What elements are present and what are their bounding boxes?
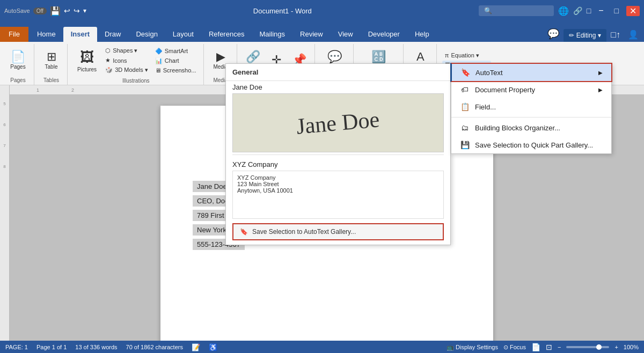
comment-icon: 💬 — [327, 51, 342, 63]
menu-item-autotext[interactable]: 🔖 AutoText ▶ — [450, 63, 612, 82]
tab-file[interactable]: File — [0, 27, 28, 42]
tab-view[interactable]: View — [331, 27, 361, 42]
word-count-text: 13 of 336 words — [75, 344, 117, 350]
tab-draw[interactable]: Draw — [97, 27, 128, 42]
share-icon[interactable]: 🔗 — [573, 6, 582, 15]
media-icon: ▶ — [216, 51, 225, 63]
undo-icon[interactable]: ↩ — [64, 6, 70, 15]
tab-layout[interactable]: Layout — [165, 27, 201, 42]
save-quick-part-icon: 💾 — [460, 140, 470, 150]
icons-label: Icons — [113, 57, 127, 64]
chart-icon: 📊 — [155, 57, 163, 64]
status-bar: PAGE: 1 Page 1 of 1 13 of 336 words 70 o… — [0, 341, 644, 353]
pictures-label: Pictures — [77, 67, 97, 72]
shapes-label: Shapes ▾ — [113, 47, 137, 54]
menu-item-field[interactable]: 📋 Field... — [451, 98, 611, 115]
gallery-signature: Jane Doe — [232, 93, 444, 152]
illustrations-group-label: Illustrations — [122, 77, 150, 85]
zoom-out-icon[interactable]: − — [558, 344, 561, 350]
vertical-ruler: 5678 — [0, 85, 10, 341]
address-line-3: Anytown, USA 10001 — [237, 187, 439, 194]
zoom-level[interactable]: 100% — [624, 344, 639, 350]
tab-developer[interactable]: Developer — [361, 27, 407, 42]
ribbon-group-pages: 📄 Pages Pages — [2, 44, 34, 85]
maximize-btn[interactable]: □ — [611, 6, 622, 15]
tab-help[interactable]: Help — [407, 27, 437, 42]
zoom-thumb — [596, 344, 602, 350]
editing-button[interactable]: ✏ Editing ▾ — [564, 29, 607, 42]
smartart-button[interactable]: 🔷 SmartArt — [152, 47, 199, 56]
page-info-text: Page 1 of 1 — [36, 344, 67, 350]
pencil-icon: ✏ — [569, 32, 574, 39]
address-line-2: 123 Main Street — [237, 181, 439, 187]
pictures-button[interactable]: 🖼 Pictures — [73, 47, 101, 75]
tab-mailings[interactable]: Mailings — [252, 27, 292, 42]
shapes-icon: ⬡ — [105, 47, 111, 54]
editing-dropdown-icon: ▾ — [598, 32, 601, 39]
display-settings[interactable]: 📺 Display Settings — [447, 344, 498, 351]
signature-image: Jane Doe — [296, 106, 381, 139]
title-text: Document1 - Word — [253, 7, 312, 15]
icons-icon: ★ — [105, 57, 111, 64]
links-icon: 🔗 — [246, 51, 260, 63]
accessibility-icon[interactable]: ♿ — [209, 343, 217, 351]
screenshot-button[interactable]: 🖥 Screensho... — [152, 66, 199, 75]
word-count[interactable]: 13 of 336 words — [75, 344, 117, 350]
menu-item-building-blocks[interactable]: 🗂 Building Blocks Organizer... — [451, 119, 611, 136]
table-icon: ⊞ — [47, 51, 56, 63]
autosave-toggle[interactable]: Off — [33, 8, 47, 14]
globe-icon[interactable]: 🌐 — [558, 6, 569, 16]
present-icon[interactable]: □ — [587, 6, 591, 15]
pages-label: Pages — [10, 64, 25, 70]
tab-references[interactable]: References — [201, 27, 252, 42]
menu-item-save-quick-part[interactable]: 💾 Save Selection to Quick Part Gallery..… — [451, 136, 611, 153]
minimize-btn[interactable]: − — [595, 6, 606, 16]
ribbon-group-tables: ⊞ Table Tables — [35, 44, 68, 85]
chart-button[interactable]: 📊 Chart — [152, 56, 199, 65]
chart-label: Chart — [165, 57, 179, 64]
redo-icon[interactable]: ↪ — [74, 6, 80, 15]
close-btn[interactable]: ✕ — [626, 6, 640, 16]
zoom-slider[interactable] — [566, 346, 609, 348]
view-icons2[interactable]: ⊡ — [546, 343, 552, 351]
gallery-section-title: XYZ Company — [226, 157, 450, 170]
page-info[interactable]: Page 1 of 1 — [36, 344, 67, 350]
menu-item-document-property[interactable]: 🏷 Document Property ▶ — [451, 81, 611, 98]
3dmodels-icon: 🎲 — [105, 67, 113, 73]
tab-design[interactable]: Design — [128, 27, 165, 42]
field-label: Field... — [475, 103, 496, 111]
app-title: Document1 - Word — [86, 7, 479, 15]
tab-review[interactable]: Review — [292, 27, 331, 42]
smartart-icon: 🔷 — [155, 48, 163, 55]
autotext-gallery-panel: General Jane Doe Jane Doe XYZ Company XY… — [225, 63, 451, 245]
search-bar[interactable]: 🔍 — [479, 5, 554, 16]
icons-button[interactable]: ★ Icons — [103, 56, 151, 65]
3dmodels-label: 3D Models ▾ — [115, 67, 148, 73]
menu-divider — [451, 117, 611, 117]
char-count[interactable]: 70 of 1862 characters — [126, 344, 183, 350]
tab-home[interactable]: Home — [30, 27, 63, 42]
document-property-label: Document Property — [475, 86, 535, 94]
comments-icon[interactable]: 💬 — [544, 26, 562, 42]
ribbon-display-icon[interactable]: □↑ — [608, 28, 624, 42]
focus-button[interactable]: ⊙ Focus — [503, 344, 526, 351]
view-icons[interactable]: 📄 — [531, 343, 540, 351]
pages-items: 📄 Pages — [8, 44, 29, 76]
save-icon[interactable]: 💾 — [50, 6, 61, 16]
shapes-button[interactable]: ⬡ Shapes ▾ — [103, 46, 151, 55]
pages-button[interactable]: 📄 Pages — [8, 49, 29, 71]
3dmodels-button[interactable]: 🎲 3D Models ▾ — [103, 65, 151, 75]
table-label: Table — [45, 64, 58, 70]
user-icon[interactable]: 👤 — [625, 27, 642, 42]
tab-insert[interactable]: Insert — [63, 27, 97, 42]
save-autotext-button[interactable]: 🔖 Save Selection to AutoText Gallery... — [232, 223, 444, 240]
text-predict-icon[interactable]: 📝 — [192, 343, 200, 351]
illustrations-col2: 🔷 SmartArt 📊 Chart 🖥 Screensho... — [152, 47, 199, 75]
autotext-menu-icon: 🔖 — [460, 68, 470, 77]
table-button[interactable]: ⊞ Table — [41, 49, 62, 71]
zoom-in-icon[interactable]: + — [614, 344, 618, 350]
pages-icon: 📄 — [11, 51, 25, 63]
title-bar-left: AutoSave Off 💾 ↩ ↪ ▾ — [4, 6, 86, 16]
address-line-1: XYZ Company — [237, 174, 439, 181]
equation-button[interactable]: π Equation ▾ — [442, 51, 491, 60]
